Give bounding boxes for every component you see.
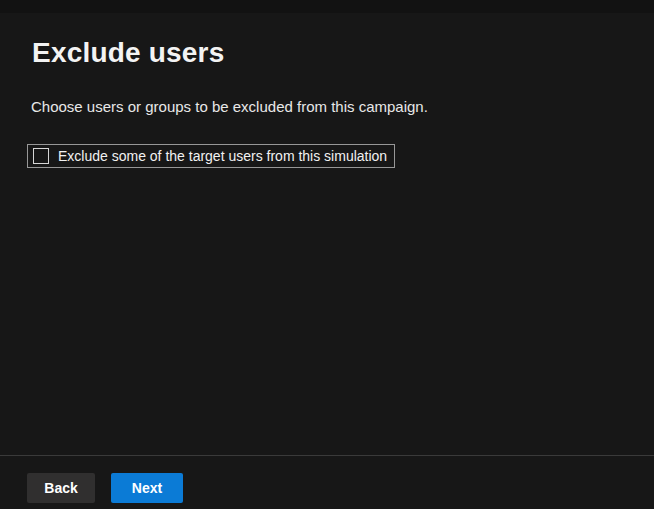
- exclude-users-checkbox-label: Exclude some of the target users from th…: [58, 145, 387, 167]
- top-shadow-strip: [0, 0, 654, 13]
- wizard-footer: Back Next: [0, 455, 654, 509]
- page-title: Exclude users: [32, 36, 224, 70]
- next-button[interactable]: Next: [111, 473, 183, 503]
- exclude-users-page: { "page": { "title": "Exclude users", "d…: [0, 0, 654, 509]
- exclude-users-checkbox[interactable]: Exclude some of the target users from th…: [27, 144, 395, 168]
- checkbox-box-icon[interactable]: [33, 148, 49, 164]
- back-button[interactable]: Back: [27, 473, 95, 503]
- page-description: Choose users or groups to be excluded fr…: [31, 97, 428, 116]
